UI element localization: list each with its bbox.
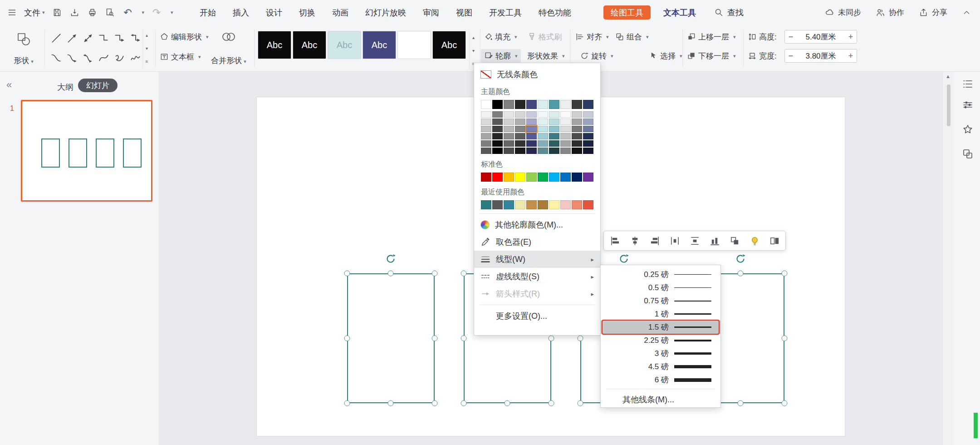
color-swatch[interactable] — [549, 200, 559, 209]
select-button[interactable]: 选择▾ — [649, 49, 682, 63]
line-weight-option-2[interactable]: 0.75 磅 — [601, 294, 720, 307]
height-increase-button[interactable]: + — [845, 32, 857, 42]
color-swatch[interactable] — [583, 148, 593, 154]
style-preset-2[interactable]: Abc — [328, 31, 361, 59]
color-swatch[interactable] — [560, 119, 571, 125]
color-swatch[interactable] — [538, 119, 548, 125]
color-swatch[interactable] — [504, 200, 514, 209]
collaborate-button[interactable]: 协作 — [875, 7, 904, 18]
color-swatch[interactable] — [526, 133, 537, 139]
selection-handle[interactable] — [344, 400, 350, 406]
selection-handle[interactable] — [577, 400, 583, 406]
print-icon[interactable] — [87, 7, 98, 18]
line-weight-option-5[interactable]: 2.25 磅 — [601, 334, 720, 347]
color-swatch[interactable] — [572, 133, 582, 139]
color-swatch[interactable] — [583, 100, 593, 109]
width-decrease-button[interactable]: − — [785, 51, 797, 61]
selection-handle[interactable] — [388, 271, 394, 277]
color-swatch[interactable] — [526, 111, 537, 118]
color-swatch[interactable] — [560, 111, 571, 118]
selection-handle[interactable] — [577, 336, 583, 341]
color-swatch[interactable] — [504, 148, 514, 154]
color-swatch[interactable] — [504, 100, 514, 109]
selection-handle[interactable] — [431, 400, 437, 406]
align-right-button[interactable] — [645, 232, 664, 249]
s-shape-button[interactable] — [112, 48, 127, 67]
text-tools-tab[interactable]: 文本工具 — [659, 5, 701, 20]
bring-forward-button[interactable]: 上移一层▾ — [687, 30, 736, 44]
collapse-panel-button[interactable]: « — [6, 79, 12, 91]
share-button[interactable]: 分享 — [918, 7, 947, 18]
color-swatch[interactable] — [572, 111, 582, 118]
selected-rectangle-0[interactable] — [347, 273, 435, 403]
height-decrease-button[interactable]: − — [785, 32, 797, 42]
rotation-handle[interactable] — [385, 253, 397, 265]
color-swatch[interactable] — [481, 126, 491, 132]
menubar-tab-4[interactable]: 动画 — [332, 7, 348, 18]
color-swatch[interactable] — [538, 140, 548, 147]
scrollbar-thumb[interactable] — [947, 84, 951, 126]
curved-double-arrow-button[interactable] — [80, 48, 95, 67]
color-swatch[interactable] — [504, 111, 514, 118]
undo-icon[interactable]: ↶ — [122, 7, 133, 18]
shape-effects-button[interactable]: 形状效果▾ — [527, 49, 565, 63]
color-swatch[interactable] — [481, 100, 491, 109]
selection-handle[interactable] — [461, 336, 466, 341]
menubar-tab-5[interactable]: 幻灯片放映 — [365, 7, 406, 18]
diagonal-line-button[interactable] — [48, 28, 63, 47]
color-swatch[interactable] — [492, 111, 503, 118]
hamburger-menu-icon[interactable] — [6, 7, 17, 18]
merge-shapes-button[interactable]: 合并形状▾ — [205, 28, 252, 69]
color-swatch[interactable] — [481, 133, 491, 139]
menubar-tab-9[interactable]: 特色功能 — [539, 7, 571, 18]
selection-handle[interactable] — [431, 336, 437, 341]
color-swatch[interactable] — [538, 133, 548, 139]
align-bottom-button[interactable] — [705, 232, 724, 249]
line-weight-option-8[interactable]: 6 磅 — [601, 373, 720, 386]
group-button[interactable]: 组合▾ — [615, 30, 649, 44]
selection-handle[interactable] — [781, 400, 787, 406]
lightbulb-button[interactable] — [745, 232, 764, 249]
style-preset-4[interactable] — [397, 31, 431, 59]
curve-button[interactable] — [96, 48, 111, 67]
color-swatch[interactable] — [538, 111, 548, 118]
color-swatch[interactable] — [572, 148, 582, 154]
selection-handle[interactable] — [505, 400, 510, 406]
color-swatch[interactable] — [572, 200, 582, 209]
color-swatch[interactable] — [572, 126, 582, 132]
color-swatch[interactable] — [538, 126, 548, 132]
gallery-down-icon[interactable]: ▾ — [143, 42, 151, 55]
color-swatch[interactable] — [504, 133, 514, 139]
color-swatch[interactable] — [538, 100, 548, 109]
vertical-scrollbar[interactable]: ▲ — [942, 72, 954, 445]
color-swatch[interactable] — [492, 140, 503, 147]
line-weight-option-4[interactable]: 1.5 磅 — [601, 321, 720, 334]
color-swatch[interactable] — [572, 140, 582, 147]
format-painter-button[interactable]: 格式刷 — [527, 30, 562, 44]
line-weight-option-7[interactable]: 4.5 磅 — [601, 360, 720, 373]
selection-handle[interactable] — [781, 336, 787, 341]
selection-handle[interactable] — [388, 400, 394, 406]
layout-split-button[interactable] — [765, 232, 784, 249]
export-icon[interactable] — [69, 7, 80, 18]
color-swatch[interactable] — [515, 111, 525, 118]
undo-dropdown-icon[interactable]: ▾ — [142, 10, 145, 15]
color-swatch[interactable] — [538, 200, 548, 209]
selection-handle[interactable] — [344, 271, 350, 277]
elbow-arrow-button[interactable] — [112, 28, 127, 47]
align-button[interactable]: 对齐▾ — [575, 30, 609, 44]
fill-button[interactable]: 填充▾ — [484, 30, 517, 44]
color-swatch[interactable] — [492, 200, 503, 209]
color-swatch[interactable] — [549, 140, 559, 147]
print-preview-icon[interactable] — [105, 7, 116, 18]
curved-connector-button[interactable] — [48, 48, 63, 67]
gallery-up-icon[interactable]: ▴ — [143, 29, 151, 42]
find-button[interactable]: 查找 — [713, 0, 744, 25]
height-value-field[interactable]: 5.40厘米 — [797, 32, 845, 42]
scroll-up-icon[interactable]: ▲ — [946, 74, 951, 79]
color-swatch[interactable] — [526, 148, 537, 154]
color-swatch[interactable] — [560, 126, 571, 132]
more-outline-colors-item[interactable]: 其他轮廓颜色(M)... — [474, 216, 600, 233]
color-swatch[interactable] — [560, 200, 571, 209]
textbox-button[interactable]: 文本框▾ — [160, 50, 201, 64]
